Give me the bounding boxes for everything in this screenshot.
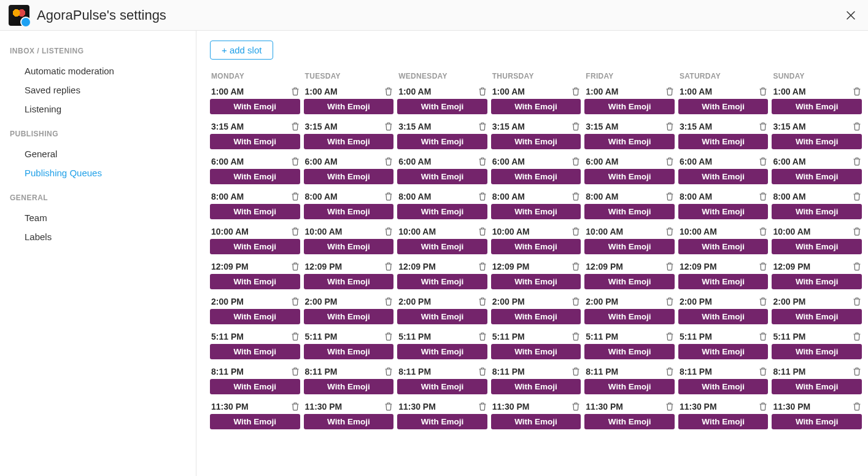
delete-slot-button[interactable] xyxy=(385,227,392,236)
slot-tag[interactable]: With Emoji xyxy=(772,204,862,219)
slot-time[interactable]: 11:30 PM xyxy=(773,402,810,412)
slot-tag[interactable]: With Emoji xyxy=(772,379,862,394)
slot-tag[interactable]: With Emoji xyxy=(678,344,769,359)
slot-tag[interactable]: With Emoji xyxy=(397,204,487,219)
delete-slot-button[interactable] xyxy=(666,367,673,376)
slot-tag[interactable]: With Emoji xyxy=(772,274,862,289)
delete-slot-button[interactable] xyxy=(759,402,767,411)
slot-tag[interactable]: With Emoji xyxy=(772,169,862,184)
delete-slot-button[interactable] xyxy=(572,367,579,376)
slot-time[interactable]: 3:15 AM xyxy=(773,122,805,131)
slot-time[interactable]: 2:00 PM xyxy=(680,297,712,306)
slot-tag[interactable]: With Emoji xyxy=(304,239,394,254)
slot-time[interactable]: 12:09 PM xyxy=(586,262,623,271)
delete-slot-button[interactable] xyxy=(572,227,579,236)
delete-slot-button[interactable] xyxy=(479,367,486,376)
delete-slot-button[interactable] xyxy=(572,192,579,201)
slot-time[interactable]: 6:00 AM xyxy=(211,157,244,166)
delete-slot-button[interactable] xyxy=(292,402,299,411)
sidebar-item-publishing-queues[interactable]: Publishing Queues xyxy=(10,163,186,182)
slot-tag[interactable]: With Emoji xyxy=(584,309,675,324)
sidebar-item-general[interactable]: General xyxy=(10,144,186,163)
slot-time[interactable]: 5:11 PM xyxy=(398,332,431,341)
slot-tag[interactable]: With Emoji xyxy=(772,344,862,359)
slot-time[interactable]: 12:09 PM xyxy=(492,262,530,271)
slot-tag[interactable]: With Emoji xyxy=(210,204,300,219)
slot-tag[interactable]: With Emoji xyxy=(304,134,394,149)
slot-time[interactable]: 6:00 AM xyxy=(398,157,431,166)
delete-slot-button[interactable] xyxy=(853,367,861,376)
delete-slot-button[interactable] xyxy=(666,332,673,341)
slot-time[interactable]: 1:00 AM xyxy=(305,87,338,96)
delete-slot-button[interactable] xyxy=(759,297,767,306)
sidebar-item-saved-replies[interactable]: Saved replies xyxy=(10,80,186,99)
slot-time[interactable]: 10:00 AM xyxy=(680,227,717,236)
slot-time[interactable]: 1:00 AM xyxy=(586,87,618,96)
slot-tag[interactable]: With Emoji xyxy=(397,99,487,114)
delete-slot-button[interactable] xyxy=(666,192,673,201)
delete-slot-button[interactable] xyxy=(759,367,767,376)
slot-tag[interactable]: With Emoji xyxy=(491,134,581,149)
slot-time[interactable]: 5:11 PM xyxy=(680,332,712,341)
slot-tag[interactable]: With Emoji xyxy=(397,274,487,289)
delete-slot-button[interactable] xyxy=(759,332,767,341)
slot-time[interactable]: 1:00 AM xyxy=(492,87,525,96)
slot-tag[interactable]: With Emoji xyxy=(210,344,300,359)
slot-time[interactable]: 10:00 AM xyxy=(398,227,436,236)
slot-tag[interactable]: With Emoji xyxy=(584,379,675,394)
delete-slot-button[interactable] xyxy=(292,87,299,96)
slot-tag[interactable]: With Emoji xyxy=(304,414,394,429)
delete-slot-button[interactable] xyxy=(385,367,392,376)
slot-tag[interactable]: With Emoji xyxy=(584,99,675,114)
slot-tag[interactable]: With Emoji xyxy=(491,414,581,429)
delete-slot-button[interactable] xyxy=(666,157,673,166)
delete-slot-button[interactable] xyxy=(666,297,673,306)
slot-tag[interactable]: With Emoji xyxy=(584,344,675,359)
delete-slot-button[interactable] xyxy=(666,262,673,271)
slot-tag[interactable]: With Emoji xyxy=(397,134,487,149)
slot-tag[interactable]: With Emoji xyxy=(397,414,487,429)
slot-tag[interactable]: With Emoji xyxy=(304,169,394,184)
slot-tag[interactable]: With Emoji xyxy=(304,379,394,394)
slot-tag[interactable]: With Emoji xyxy=(678,379,769,394)
close-button[interactable] xyxy=(842,7,859,24)
delete-slot-button[interactable] xyxy=(572,332,579,341)
delete-slot-button[interactable] xyxy=(572,262,579,271)
delete-slot-button[interactable] xyxy=(853,332,861,341)
slot-tag[interactable]: With Emoji xyxy=(678,414,769,429)
delete-slot-button[interactable] xyxy=(572,122,579,131)
slot-tag[interactable]: With Emoji xyxy=(772,99,862,114)
delete-slot-button[interactable] xyxy=(385,87,392,96)
slot-tag[interactable]: With Emoji xyxy=(584,169,675,184)
delete-slot-button[interactable] xyxy=(666,402,673,411)
delete-slot-button[interactable] xyxy=(853,157,861,166)
slot-tag[interactable]: With Emoji xyxy=(491,169,581,184)
slot-tag[interactable]: With Emoji xyxy=(397,309,487,324)
slot-time[interactable]: 8:11 PM xyxy=(680,367,712,377)
slot-tag[interactable]: With Emoji xyxy=(584,239,675,254)
slot-tag[interactable]: With Emoji xyxy=(491,99,581,114)
slot-tag[interactable]: With Emoji xyxy=(210,239,300,254)
slot-tag[interactable]: With Emoji xyxy=(772,414,862,429)
slot-time[interactable]: 2:00 PM xyxy=(211,297,244,306)
delete-slot-button[interactable] xyxy=(385,157,392,166)
slot-time[interactable]: 2:00 PM xyxy=(305,297,338,306)
delete-slot-button[interactable] xyxy=(385,402,392,411)
slot-time[interactable]: 6:00 AM xyxy=(680,157,712,166)
slot-tag[interactable]: With Emoji xyxy=(491,274,581,289)
slot-time[interactable]: 8:00 AM xyxy=(305,192,338,201)
slot-time[interactable]: 2:00 PM xyxy=(398,297,431,306)
delete-slot-button[interactable] xyxy=(292,262,299,271)
slot-time[interactable]: 5:11 PM xyxy=(492,332,525,341)
slot-time[interactable]: 5:11 PM xyxy=(211,332,244,341)
slot-time[interactable]: 1:00 AM xyxy=(398,87,431,96)
delete-slot-button[interactable] xyxy=(385,262,392,271)
delete-slot-button[interactable] xyxy=(759,122,767,131)
delete-slot-button[interactable] xyxy=(853,227,861,236)
slot-time[interactable]: 11:30 PM xyxy=(398,402,436,412)
slot-tag[interactable]: With Emoji xyxy=(678,169,769,184)
slot-time[interactable]: 2:00 PM xyxy=(586,297,618,306)
slot-tag[interactable]: With Emoji xyxy=(210,274,300,289)
delete-slot-button[interactable] xyxy=(666,122,673,131)
delete-slot-button[interactable] xyxy=(292,192,299,201)
